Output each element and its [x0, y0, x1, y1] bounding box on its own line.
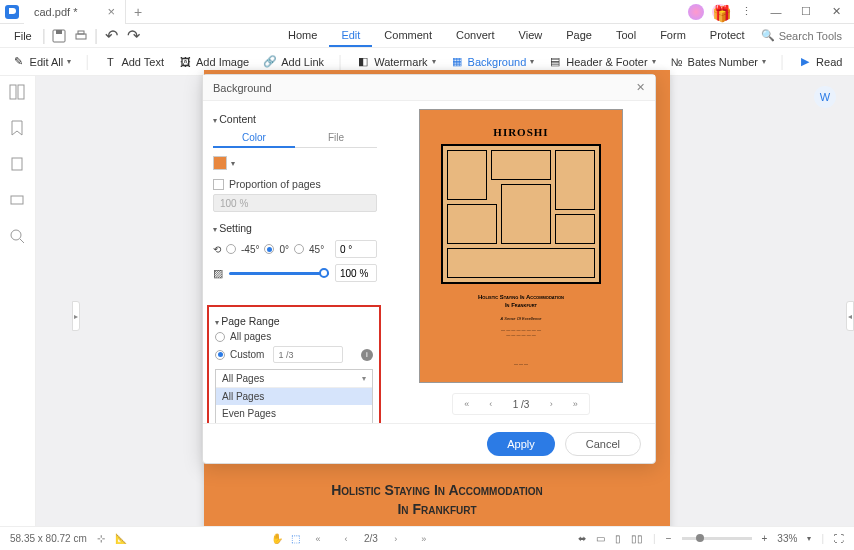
tab-convert[interactable]: Convert: [444, 25, 507, 47]
pager-first-icon[interactable]: «: [457, 399, 477, 409]
snap-icon[interactable]: ⊹: [97, 533, 105, 544]
pager-prev-icon[interactable]: ‹: [481, 399, 501, 409]
redo-icon[interactable]: ↷: [124, 27, 142, 45]
dropdown-option-even[interactable]: Even Pages: [216, 405, 372, 422]
tab-page[interactable]: Page: [554, 25, 604, 47]
opacity-slider[interactable]: [229, 272, 329, 275]
header-footer-tool[interactable]: ▤ Header & Footer ▾: [548, 55, 655, 69]
pager-last-icon[interactable]: »: [565, 399, 585, 409]
color-tab[interactable]: Color: [213, 129, 295, 148]
watermark-tool[interactable]: ◧ Watermark ▾: [356, 55, 435, 69]
attachment-icon[interactable]: [9, 156, 27, 174]
sb-last-icon[interactable]: »: [414, 534, 434, 544]
document-tab-label: cad.pdf *: [34, 6, 77, 18]
pager-next-icon[interactable]: ›: [541, 399, 561, 409]
tab-edit[interactable]: Edit: [329, 25, 372, 47]
add-link-tool[interactable]: 🔗 Add Link: [263, 55, 324, 69]
minimize-icon[interactable]: —: [762, 2, 790, 22]
fit-width-icon[interactable]: ⬌: [578, 533, 586, 544]
layers-icon[interactable]: [9, 192, 27, 210]
add-text-tool[interactable]: T Add Text: [103, 55, 164, 69]
dropdown-selected[interactable]: All Pages: [216, 370, 372, 387]
two-page-icon[interactable]: ▯▯: [631, 533, 643, 544]
zoom-in-icon[interactable]: +: [762, 533, 768, 544]
sb-prev-icon[interactable]: ‹: [336, 534, 356, 544]
page-subset-dropdown[interactable]: All Pages All Pages Even Pages Odd Pages: [215, 369, 373, 423]
sb-first-icon[interactable]: «: [308, 534, 328, 544]
bookmark-icon[interactable]: [9, 120, 27, 138]
svg-rect-4: [78, 31, 84, 34]
single-page-icon[interactable]: ▯: [615, 533, 621, 544]
dropdown-option-odd[interactable]: Odd Pages: [216, 422, 372, 423]
preview-sub1: Holistic Staying In Accommodation: [478, 294, 564, 302]
background-icon: ▦: [450, 55, 464, 69]
opacity-icon: ▨: [213, 267, 223, 279]
select-tool-icon[interactable]: ⬚: [291, 533, 300, 544]
zoom-value: 33%: [777, 533, 797, 544]
edit-all-tool[interactable]: ✎ Edit All ▾: [12, 55, 72, 69]
search-tools-input[interactable]: [779, 30, 854, 42]
proportion-checkbox[interactable]: [213, 179, 224, 190]
custom-radio[interactable]: [215, 350, 225, 360]
close-window-icon[interactable]: ✕: [822, 2, 850, 22]
tab-form[interactable]: Form: [648, 25, 698, 47]
angle-0-radio[interactable]: [264, 244, 274, 254]
hand-tool-icon[interactable]: ✋: [271, 533, 283, 544]
info-icon[interactable]: i: [361, 349, 373, 361]
zoom-caret-icon[interactable]: ▾: [807, 534, 811, 543]
convert-to-word-icon[interactable]: W: [814, 86, 836, 108]
fullscreen-icon[interactable]: ⛶: [834, 533, 844, 544]
zoom-slider[interactable]: [682, 537, 752, 540]
content-section[interactable]: Content: [213, 113, 377, 125]
angle-input[interactable]: [335, 240, 377, 258]
color-picker-chip[interactable]: [213, 156, 227, 170]
all-pages-radio[interactable]: [215, 332, 225, 342]
sb-next-icon[interactable]: ›: [386, 534, 406, 544]
dialog-close-icon[interactable]: ✕: [636, 81, 645, 94]
maximize-icon[interactable]: ☐: [792, 2, 820, 22]
expand-right-handle[interactable]: ◂: [846, 301, 854, 331]
page-range-section[interactable]: Page Range: [215, 315, 373, 327]
setting-section[interactable]: Setting: [213, 222, 377, 234]
document-tab[interactable]: cad.pdf * ×: [24, 0, 126, 24]
new-tab-button[interactable]: +: [126, 4, 150, 20]
apply-button[interactable]: Apply: [487, 432, 555, 456]
read-tool[interactable]: ▶ Read: [798, 55, 842, 69]
tab-tool[interactable]: Tool: [604, 25, 648, 47]
ruler-icon[interactable]: 📐: [115, 533, 127, 544]
undo-icon[interactable]: ↶: [102, 27, 120, 45]
zoom-out-icon[interactable]: −: [666, 533, 672, 544]
fit-page-icon[interactable]: ▭: [596, 533, 605, 544]
gift-icon[interactable]: 🎁: [712, 4, 728, 20]
tab-protect[interactable]: Protect: [698, 25, 757, 47]
file-menu[interactable]: File: [8, 30, 38, 42]
add-image-tool[interactable]: 🖼 Add Image: [178, 55, 249, 69]
save-icon[interactable]: [50, 27, 68, 45]
file-tab[interactable]: File: [295, 129, 377, 148]
background-tool[interactable]: ▦ Background ▾: [450, 55, 535, 69]
custom-range-input[interactable]: [273, 346, 343, 363]
opacity-input[interactable]: [335, 264, 377, 282]
cancel-button[interactable]: Cancel: [565, 432, 641, 456]
kebab-menu-icon[interactable]: ⋮: [732, 2, 760, 22]
tab-home[interactable]: Home: [276, 25, 329, 47]
close-tab-icon[interactable]: ×: [107, 4, 115, 19]
expand-left-handle[interactable]: ▸: [72, 301, 80, 331]
caret-down-icon: ▾: [652, 57, 656, 66]
print-icon[interactable]: [72, 27, 90, 45]
tab-view[interactable]: View: [507, 25, 555, 47]
thumbnails-icon[interactable]: [9, 84, 27, 102]
bates-number-tool[interactable]: № Bates Number ▾: [670, 55, 766, 69]
link-icon: 🔗: [263, 55, 277, 69]
search-panel-icon[interactable]: [9, 228, 27, 246]
page-range-highlight: Page Range All pages Custom i All Pages …: [207, 305, 381, 423]
angle-45-radio[interactable]: [294, 244, 304, 254]
tab-comment[interactable]: Comment: [372, 25, 444, 47]
dropdown-option-all[interactable]: All Pages: [216, 388, 372, 405]
search-icon: 🔍: [761, 29, 775, 42]
caret-down-icon: ▾: [432, 57, 436, 66]
caret-down-icon[interactable]: ▾: [231, 159, 235, 168]
svg-rect-2: [56, 30, 62, 34]
angle-m45-radio[interactable]: [226, 244, 236, 254]
user-avatar-icon[interactable]: [688, 4, 704, 20]
